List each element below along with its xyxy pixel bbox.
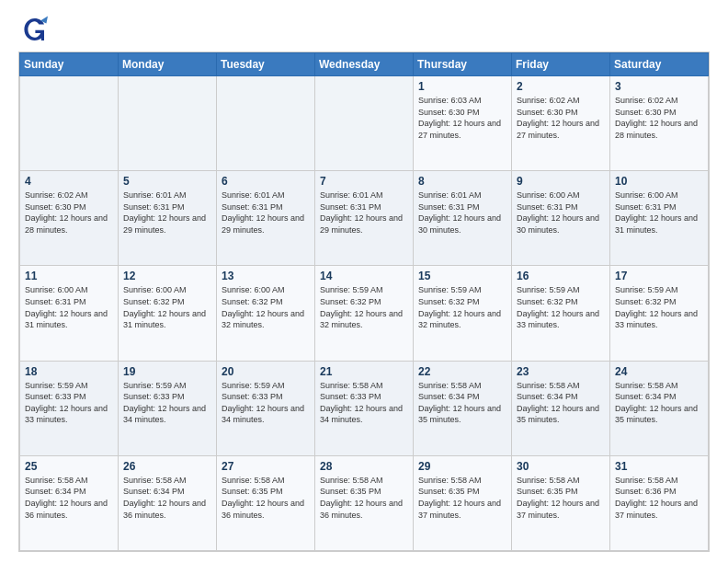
day-number: 9	[517, 175, 605, 188]
day-number: 30	[517, 460, 605, 473]
calendar-cell: 20Sunrise: 5:59 AM Sunset: 6:33 PM Dayli…	[217, 361, 315, 455]
calendar-cell	[315, 76, 414, 171]
day-info: Sunrise: 5:59 AM Sunset: 6:33 PM Dayligh…	[222, 380, 310, 426]
day-number: 12	[123, 270, 211, 282]
calendar-cell: 14Sunrise: 5:59 AM Sunset: 6:32 PM Dayli…	[315, 266, 414, 361]
day-number: 25	[25, 460, 113, 473]
day-number: 17	[615, 270, 703, 282]
day-number: 10	[615, 175, 703, 188]
day-info: Sunrise: 6:03 AM Sunset: 6:30 PM Dayligh…	[418, 95, 506, 141]
day-info: Sunrise: 6:01 AM Sunset: 6:31 PM Dayligh…	[320, 190, 408, 236]
day-number: 3	[615, 80, 703, 93]
day-info: Sunrise: 6:01 AM Sunset: 6:31 PM Dayligh…	[418, 190, 506, 236]
calendar-cell: 26Sunrise: 5:58 AM Sunset: 6:34 PM Dayli…	[119, 455, 217, 550]
day-info: Sunrise: 6:00 AM Sunset: 6:32 PM Dayligh…	[222, 284, 310, 330]
header	[18, 15, 710, 44]
calendar-cell: 30Sunrise: 5:58 AM Sunset: 6:35 PM Dayli…	[512, 455, 610, 550]
day-number: 18	[25, 365, 113, 378]
calendar-cell: 29Sunrise: 5:58 AM Sunset: 6:35 PM Dayli…	[414, 455, 512, 550]
calendar-week-2: 11Sunrise: 6:00 AM Sunset: 6:31 PM Dayli…	[20, 266, 709, 361]
day-info: Sunrise: 5:58 AM Sunset: 6:34 PM Dayligh…	[123, 475, 211, 521]
day-info: Sunrise: 5:59 AM Sunset: 6:33 PM Dayligh…	[25, 380, 113, 426]
day-info: Sunrise: 5:58 AM Sunset: 6:35 PM Dayligh…	[418, 475, 506, 521]
day-info: Sunrise: 5:59 AM Sunset: 6:32 PM Dayligh…	[418, 284, 506, 330]
day-info: Sunrise: 6:01 AM Sunset: 6:31 PM Dayligh…	[222, 190, 310, 236]
day-info: Sunrise: 5:58 AM Sunset: 6:34 PM Dayligh…	[418, 380, 506, 426]
day-info: Sunrise: 5:59 AM Sunset: 6:33 PM Dayligh…	[123, 380, 211, 426]
day-info: Sunrise: 6:00 AM Sunset: 6:32 PM Dayligh…	[123, 284, 211, 330]
day-number: 20	[222, 365, 310, 378]
day-of-week-thursday: Thursday	[414, 53, 512, 76]
day-of-week-monday: Monday	[119, 53, 217, 76]
day-info: Sunrise: 5:58 AM Sunset: 6:34 PM Dayligh…	[615, 380, 703, 426]
calendar-cell: 25Sunrise: 5:58 AM Sunset: 6:34 PM Dayli…	[20, 455, 119, 550]
day-number: 7	[320, 175, 408, 188]
day-number: 15	[418, 270, 506, 282]
calendar-cell: 17Sunrise: 5:59 AM Sunset: 6:32 PM Dayli…	[610, 266, 709, 361]
day-number: 2	[517, 80, 605, 93]
calendar-cell: 1Sunrise: 6:03 AM Sunset: 6:30 PM Daylig…	[414, 76, 512, 171]
day-number: 29	[418, 460, 506, 473]
day-info: Sunrise: 5:59 AM Sunset: 6:32 PM Dayligh…	[320, 284, 408, 330]
day-of-week-sunday: Sunday	[20, 53, 119, 76]
day-of-week-tuesday: Tuesday	[217, 53, 315, 76]
day-info: Sunrise: 5:59 AM Sunset: 6:32 PM Dayligh…	[615, 284, 703, 330]
day-info: Sunrise: 5:58 AM Sunset: 6:35 PM Dayligh…	[517, 475, 605, 521]
day-number: 27	[222, 460, 310, 473]
calendar-cell: 21Sunrise: 5:58 AM Sunset: 6:33 PM Dayli…	[315, 361, 414, 455]
day-number: 28	[320, 460, 408, 473]
calendar-cell: 2Sunrise: 6:02 AM Sunset: 6:30 PM Daylig…	[512, 76, 610, 171]
calendar-header-row: SundayMondayTuesdayWednesdayThursdayFrid…	[20, 53, 709, 76]
page: SundayMondayTuesdayWednesdayThursdayFrid…	[0, 0, 728, 563]
calendar-cell: 19Sunrise: 5:59 AM Sunset: 6:33 PM Dayli…	[119, 361, 217, 455]
day-number: 23	[517, 365, 605, 378]
day-number: 21	[320, 365, 408, 378]
calendar-cell: 9Sunrise: 6:00 AM Sunset: 6:31 PM Daylig…	[512, 171, 610, 266]
day-number: 13	[222, 270, 310, 282]
day-number: 5	[123, 175, 211, 188]
calendar-cell: 12Sunrise: 6:00 AM Sunset: 6:32 PM Dayli…	[119, 266, 217, 361]
calendar-cell	[217, 76, 315, 171]
calendar-week-4: 25Sunrise: 5:58 AM Sunset: 6:34 PM Dayli…	[20, 455, 709, 550]
calendar-cell: 5Sunrise: 6:01 AM Sunset: 6:31 PM Daylig…	[119, 171, 217, 266]
logo	[18, 15, 51, 44]
day-info: Sunrise: 5:58 AM Sunset: 6:34 PM Dayligh…	[517, 380, 605, 426]
calendar-cell: 8Sunrise: 6:01 AM Sunset: 6:31 PM Daylig…	[414, 171, 512, 266]
day-number: 26	[123, 460, 211, 473]
calendar-cell: 4Sunrise: 6:02 AM Sunset: 6:30 PM Daylig…	[20, 171, 119, 266]
calendar-cell: 18Sunrise: 5:59 AM Sunset: 6:33 PM Dayli…	[20, 361, 119, 455]
calendar-cell: 13Sunrise: 6:00 AM Sunset: 6:32 PM Dayli…	[217, 266, 315, 361]
day-info: Sunrise: 5:58 AM Sunset: 6:35 PM Dayligh…	[320, 475, 408, 521]
day-info: Sunrise: 6:01 AM Sunset: 6:31 PM Dayligh…	[123, 190, 211, 236]
calendar-week-1: 4Sunrise: 6:02 AM Sunset: 6:30 PM Daylig…	[20, 171, 709, 266]
day-number: 22	[418, 365, 506, 378]
calendar-cell	[119, 76, 217, 171]
day-number: 16	[517, 270, 605, 282]
day-info: Sunrise: 6:02 AM Sunset: 6:30 PM Dayligh…	[517, 95, 605, 141]
calendar-cell: 23Sunrise: 5:58 AM Sunset: 6:34 PM Dayli…	[512, 361, 610, 455]
day-of-week-friday: Friday	[512, 53, 610, 76]
calendar-cell: 24Sunrise: 5:58 AM Sunset: 6:34 PM Dayli…	[610, 361, 709, 455]
calendar-cell: 11Sunrise: 6:00 AM Sunset: 6:31 PM Dayli…	[20, 266, 119, 361]
day-info: Sunrise: 5:59 AM Sunset: 6:32 PM Dayligh…	[517, 284, 605, 330]
logo-icon	[18, 15, 48, 44]
day-info: Sunrise: 6:00 AM Sunset: 6:31 PM Dayligh…	[517, 190, 605, 236]
day-info: Sunrise: 5:58 AM Sunset: 6:33 PM Dayligh…	[320, 380, 408, 426]
day-number: 8	[418, 175, 506, 188]
calendar-week-3: 18Sunrise: 5:59 AM Sunset: 6:33 PM Dayli…	[20, 361, 709, 455]
calendar: SundayMondayTuesdayWednesdayThursdayFrid…	[18, 52, 710, 552]
day-info: Sunrise: 5:58 AM Sunset: 6:34 PM Dayligh…	[25, 475, 113, 521]
day-number: 19	[123, 365, 211, 378]
calendar-week-0: 1Sunrise: 6:03 AM Sunset: 6:30 PM Daylig…	[20, 76, 709, 171]
calendar-cell: 28Sunrise: 5:58 AM Sunset: 6:35 PM Dayli…	[315, 455, 414, 550]
calendar-cell: 10Sunrise: 6:00 AM Sunset: 6:31 PM Dayli…	[610, 171, 709, 266]
day-info: Sunrise: 6:00 AM Sunset: 6:31 PM Dayligh…	[615, 190, 703, 236]
day-number: 6	[222, 175, 310, 188]
calendar-cell: 7Sunrise: 6:01 AM Sunset: 6:31 PM Daylig…	[315, 171, 414, 266]
calendar-cell: 22Sunrise: 5:58 AM Sunset: 6:34 PM Dayli…	[414, 361, 512, 455]
day-number: 11	[25, 270, 113, 282]
calendar-cell: 27Sunrise: 5:58 AM Sunset: 6:35 PM Dayli…	[217, 455, 315, 550]
day-number: 31	[615, 460, 703, 473]
day-number: 4	[25, 175, 113, 188]
day-number: 14	[320, 270, 408, 282]
